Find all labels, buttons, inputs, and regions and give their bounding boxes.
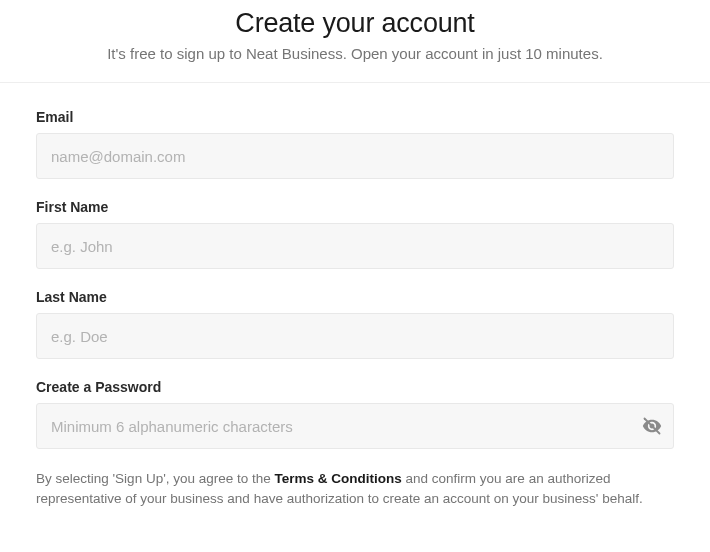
last-name-field-group: Last Name (36, 289, 674, 359)
page-subtitle: It's free to sign up to Neat Business. O… (0, 45, 710, 62)
last-name-label: Last Name (36, 289, 674, 305)
password-field-group: Create a Password (36, 379, 674, 449)
first-name-field-group: First Name (36, 199, 674, 269)
eye-slash-icon[interactable] (642, 416, 662, 436)
terms-link[interactable]: Terms & Conditions (275, 471, 402, 486)
email-label: Email (36, 109, 674, 125)
last-name-input[interactable] (36, 313, 674, 359)
first-name-input[interactable] (36, 223, 674, 269)
page-title: Create your account (0, 8, 710, 39)
password-label: Create a Password (36, 379, 674, 395)
email-field-group: Email (36, 109, 674, 179)
terms-text: By selecting 'Sign Up', you agree to the… (36, 469, 674, 510)
password-input[interactable] (36, 403, 674, 449)
email-input[interactable] (36, 133, 674, 179)
first-name-label: First Name (36, 199, 674, 215)
signup-form: Email First Name Last Name Create a Pass… (0, 83, 710, 510)
terms-pre: By selecting 'Sign Up', you agree to the (36, 471, 275, 486)
form-header: Create your account It's free to sign up… (0, 0, 710, 82)
